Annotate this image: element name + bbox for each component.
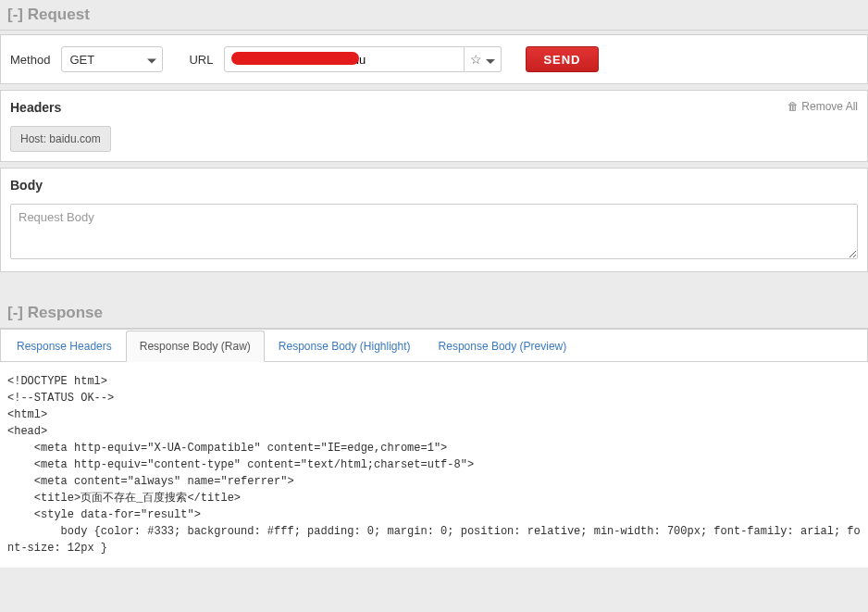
star-icon[interactable]: ☆ [470, 52, 482, 67]
tab-response-body-preview[interactable]: Response Body (Preview) [425, 331, 581, 361]
request-title: Request [28, 6, 90, 23]
header-chip[interactable]: Host: baidu.com [10, 126, 111, 152]
tab-response-body-highlight[interactable]: Response Body (Highlight) [265, 331, 425, 361]
url-label: URL [189, 53, 213, 67]
chevron-down-icon [147, 53, 156, 67]
response-body-raw: <!DOCTYPE html> <!--STATUS OK--> <html> … [0, 362, 868, 568]
response-tabs: Response Headers Response Body (Raw) Res… [0, 329, 868, 362]
headers-title: Headers [10, 100, 858, 115]
url-input-wrap: ☆ [224, 46, 502, 72]
response-title: Response [28, 304, 103, 321]
tab-response-body-raw[interactable]: Response Body (Raw) [126, 331, 265, 362]
chevron-down-icon[interactable] [486, 53, 495, 67]
body-panel: Body [0, 168, 868, 272]
url-input[interactable] [224, 46, 465, 72]
request-bar: Method GET URL ☆ SEND [1, 35, 867, 83]
url-actions[interactable]: ☆ [465, 46, 502, 72]
response-section-header: [-] Response [0, 298, 868, 329]
response-collapse-toggle[interactable]: [-] [7, 304, 23, 321]
request-section-header: [-] Request [0, 0, 868, 31]
request-panel: Method GET URL ☆ SEND [0, 34, 868, 84]
request-collapse-toggle[interactable]: [-] [7, 6, 23, 23]
remove-all-headers[interactable]: 🗑Remove All [787, 100, 858, 113]
method-value: GET [69, 53, 94, 67]
method-label: Method [10, 53, 50, 67]
send-button[interactable]: SEND [526, 46, 598, 72]
headers-panel: 🗑Remove All Headers Host: baidu.com [0, 90, 868, 162]
body-title: Body [10, 178, 858, 193]
trash-icon: 🗑 [787, 100, 799, 113]
response-section: [-] Response Response Headers Response B… [0, 298, 868, 568]
tab-response-headers[interactable]: Response Headers [3, 331, 126, 361]
method-select[interactable]: GET [61, 46, 163, 72]
request-body-textarea[interactable] [10, 204, 858, 259]
remove-all-label: Remove All [801, 100, 858, 113]
